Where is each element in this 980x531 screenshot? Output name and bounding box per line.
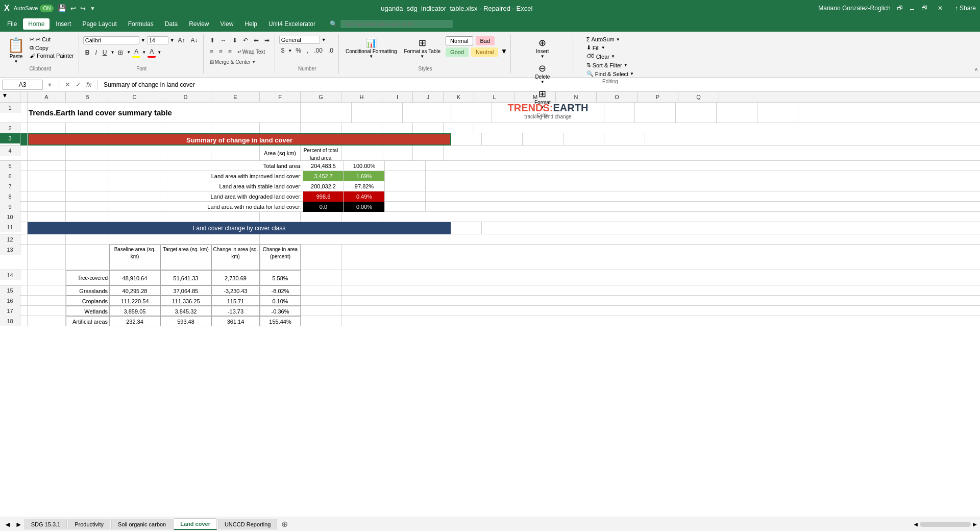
font-size-input[interactable]	[147, 36, 168, 44]
cell-a8[interactable]	[28, 191, 66, 202]
cell-c16[interactable]: 111,220.54	[109, 296, 160, 306]
align-middle-button[interactable]: ↔	[218, 36, 229, 45]
fill-dropdown[interactable]: ▼	[601, 45, 605, 50]
cell-h9[interactable]	[385, 202, 426, 212]
cell-j4[interactable]	[413, 146, 444, 161]
menu-insert[interactable]: Insert	[51, 18, 76, 30]
cell-g13[interactable]	[301, 245, 341, 270]
tab-land-cover[interactable]: Land cover	[174, 518, 217, 530]
cell-b17-wetlands[interactable]: Wetlands	[66, 306, 109, 316]
menu-formulas[interactable]: Formulas	[123, 18, 159, 30]
col-header-n[interactable]: N	[556, 92, 597, 102]
col-header-o[interactable]: O	[597, 92, 638, 102]
decrease-decimal-button[interactable]: .0	[326, 46, 335, 55]
tab-sdg[interactable]: SDG 15.3.1	[24, 519, 67, 529]
cell-o3[interactable]	[604, 133, 645, 146]
tab-productivity[interactable]: Productivity	[68, 519, 110, 529]
cell-g18[interactable]	[301, 316, 341, 326]
clear-dropdown[interactable]: ▼	[611, 54, 615, 59]
col-header-empty[interactable]	[20, 92, 28, 102]
indent-increase-button[interactable]: ➡	[262, 36, 272, 45]
tab-navigation-left[interactable]: ◄	[2, 520, 13, 528]
row-number-13[interactable]: 13	[0, 245, 20, 255]
shrink-font-button[interactable]: A↓	[189, 36, 200, 45]
cell-h10[interactable]	[341, 212, 382, 222]
cell-k1[interactable]	[604, 103, 635, 123]
style-bad[interactable]: Bad	[476, 36, 495, 45]
cell-g14[interactable]	[301, 270, 341, 285]
cell-c7[interactable]	[109, 181, 160, 191]
cell-e13-change-area[interactable]: Change in area (sq. km)	[211, 245, 260, 270]
align-center-button[interactable]: ≡	[217, 47, 225, 56]
cell-e10[interactable]	[211, 212, 260, 222]
cell-row10-empty[interactable]	[20, 212, 28, 222]
cell-c18[interactable]: 232.34	[109, 316, 160, 326]
autosave-status[interactable]: AutoSave ON	[14, 5, 54, 12]
cell-a1[interactable]: Trends.Earth land cover summary table	[28, 103, 257, 123]
cell-i2[interactable]	[382, 123, 413, 133]
menu-data[interactable]: Data	[160, 18, 183, 30]
cell-f10[interactable]	[260, 212, 301, 222]
clear-button[interactable]: ⌫ Clear ▼	[585, 53, 617, 60]
cell-a13[interactable]	[28, 245, 66, 270]
cell-c4[interactable]	[109, 146, 160, 161]
cell-c6[interactable]	[109, 171, 160, 181]
cell-f17[interactable]: -0.36%	[260, 306, 301, 316]
fill-color-button[interactable]: A	[132, 47, 140, 58]
delete-button[interactable]: ⊖ Delete ▼	[528, 61, 557, 86]
cell-row8-empty[interactable]	[20, 191, 28, 202]
sort-filter-dropdown[interactable]: ▼	[624, 63, 628, 67]
tab-soil[interactable]: Soil organic carbon	[111, 519, 173, 529]
menu-page-layout[interactable]: Page Layout	[77, 18, 121, 30]
cell-f1[interactable]	[451, 103, 492, 123]
cell-b6[interactable]	[66, 171, 109, 181]
cell-a14[interactable]	[28, 270, 66, 285]
save-icon[interactable]: 💾	[58, 4, 66, 12]
tab-navigation-right[interactable]: ►	[13, 520, 24, 528]
cell-b5[interactable]	[66, 161, 109, 171]
cell-row16-empty[interactable]	[20, 296, 28, 306]
wrap-text-button[interactable]: ↵ Wrap Text	[235, 48, 267, 56]
insert-button[interactable]: ⊕ Insert ▼	[528, 36, 557, 60]
cell-c2[interactable]	[109, 123, 160, 133]
font-size-dropdown[interactable]: ▼	[170, 38, 175, 43]
cell-e18[interactable]: 361.14	[211, 316, 260, 326]
cell-m1[interactable]	[676, 103, 717, 123]
row-number-17[interactable]: 17	[0, 306, 20, 316]
cell-e1[interactable]	[403, 103, 451, 123]
cell-a9[interactable]	[28, 202, 66, 212]
cell-row13-empty[interactable]	[20, 245, 28, 270]
cell-o1[interactable]	[757, 103, 798, 123]
cell-b16-croplands[interactable]: Croplands	[66, 296, 109, 306]
col-header-f[interactable]: F	[260, 92, 301, 102]
cell-d13-target[interactable]: Target area (sq. km)	[160, 245, 211, 270]
row-number-10[interactable]: 10	[0, 212, 20, 222]
cell-h6[interactable]	[385, 171, 426, 181]
insert-dropdown[interactable]: ▼	[541, 54, 545, 59]
cell-row6-empty[interactable]	[20, 171, 28, 181]
col-header-c[interactable]: C	[109, 92, 160, 102]
cell-c5[interactable]	[109, 161, 160, 171]
row-number-6[interactable]: 6	[0, 171, 20, 181]
row-number-4[interactable]: 4	[0, 146, 20, 156]
cell-b13[interactable]	[66, 245, 109, 270]
cell-e17[interactable]: -13.73	[211, 306, 260, 316]
indent-decrease-button[interactable]: ⬅	[252, 36, 261, 45]
conditional-formatting-button[interactable]: 📊 Conditional Formatting ▼	[343, 36, 400, 60]
cell-row1-empty[interactable]	[20, 103, 28, 123]
horizontal-scrollbar[interactable]	[920, 522, 971, 527]
col-header-b[interactable]: B	[66, 92, 109, 102]
cond-format-dropdown[interactable]: ▼	[369, 54, 373, 59]
cell-a7[interactable]	[28, 181, 66, 191]
styles-expand-button[interactable]: ▼	[500, 47, 507, 57]
cell-row3-selected[interactable]	[20, 133, 28, 146]
format-as-table-button[interactable]: ⊞ Format as Table ▼	[402, 36, 444, 60]
cell-d17[interactable]: 3,845.32	[160, 306, 211, 316]
cell-c9[interactable]	[109, 202, 160, 212]
cell-g6-improved-pct[interactable]: 1.69%	[344, 171, 385, 181]
autosave-toggle[interactable]: ON	[40, 5, 54, 12]
row-number-15[interactable]: 15	[0, 285, 20, 296]
align-bottom-button[interactable]: ⬇	[230, 36, 239, 45]
cell-d14-tree-target[interactable]: 51,641.33	[160, 270, 211, 285]
row-number-7[interactable]: 7	[0, 181, 20, 191]
